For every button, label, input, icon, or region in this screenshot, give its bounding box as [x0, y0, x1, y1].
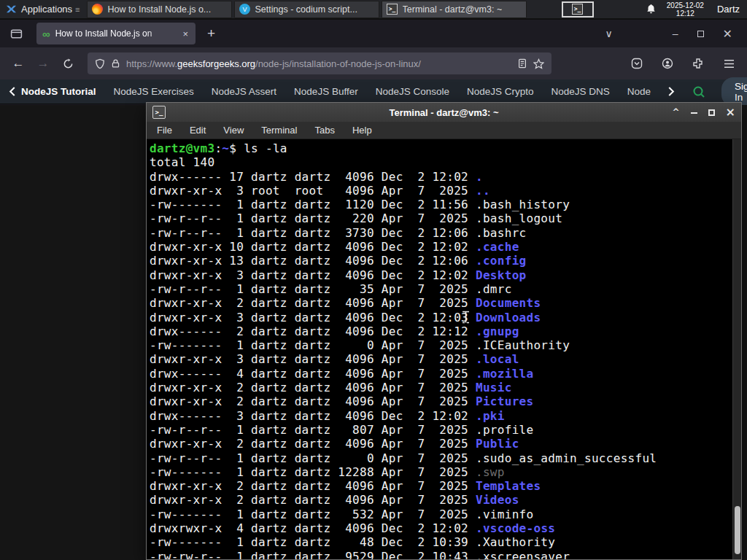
url-path: /node-js/installation-of-node-js-on-linu…	[255, 58, 421, 69]
reload-button[interactable]	[57, 52, 79, 74]
taskbar-button[interactable]: VSettings - codium script...	[234, 1, 379, 18]
terminal-line: dartz@vm3:~$ ls -la	[150, 141, 731, 155]
nav-item-nodejs-console[interactable]: NodeJS Console	[376, 86, 449, 97]
geeksforgeeks-favicon: ∞	[42, 28, 50, 39]
firefox-tab-bar: ∞ How to Install Node.js on × + ∨ – ✕	[0, 20, 747, 47]
nav-item-nodejs-dns[interactable]: NodeJS DNS	[551, 86, 610, 97]
pocket-icon[interactable]	[626, 52, 648, 74]
panel-clock[interactable]: 2025-12-02 12:12	[667, 1, 704, 18]
applications-label: Applications	[21, 4, 72, 15]
terminal-line: drwxr-xr-x 3 dartz dartz 4096 Dec 2 12:0…	[150, 268, 731, 282]
workspace-switcher[interactable]: >_	[562, 1, 594, 18]
terminal-scrollbar[interactable]	[732, 139, 741, 559]
search-icon[interactable]	[692, 85, 705, 98]
codium-icon: V	[239, 4, 251, 15]
nav-item-node[interactable]: Node	[627, 86, 651, 97]
url-scheme: https://www.	[126, 58, 177, 69]
taskbar-button[interactable]: >_Terminal - dartz@vm3: ~	[382, 1, 527, 18]
terminal-line: -rw------- 1 dartz dartz 48 Dec 2 10:39 …	[150, 535, 731, 549]
menu-item-view[interactable]: View	[223, 125, 244, 136]
lock-icon[interactable]	[111, 58, 120, 69]
terminal-line: drwxr-xr-x 2 dartz dartz 4096 Apr 7 2025…	[150, 296, 731, 310]
terminal-line: drwx------ 2 dartz dartz 4096 Dec 2 12:1…	[150, 324, 731, 338]
notification-bell-icon[interactable]	[646, 4, 657, 15]
panel-menu-icon: ≡	[75, 5, 79, 14]
site-nav-bar: NodeJS Tutorial NodeJS ExercisesNodeJS A…	[0, 79, 747, 104]
account-icon[interactable]	[657, 52, 678, 74]
terminal-line: -rw------- 1 dartz dartz 532 Apr 7 2025 …	[150, 508, 731, 521]
list-all-tabs-icon[interactable]: ∨	[605, 28, 613, 39]
terminal-line: drwx------ 17 dartz dartz 4096 Dec 2 12:…	[150, 170, 731, 184]
nav-item-nodejs-buffer[interactable]: NodeJS Buffer	[294, 86, 358, 97]
firefox-icon	[92, 4, 104, 15]
terminal-line: -rw------- 1 dartz dartz 0 Apr 7 2025 .I…	[150, 338, 731, 352]
menu-item-help[interactable]: Help	[352, 125, 372, 136]
menu-item-tabs[interactable]: Tabs	[314, 125, 334, 136]
taskbar-button-label: Terminal - dartz@vm3: ~	[403, 4, 503, 15]
xfce-logo-icon	[6, 4, 17, 15]
clock-time: 12:12	[667, 9, 704, 18]
taskbar-button-label: How to Install Node.js o...	[108, 4, 212, 15]
terminal-line: -rw-r--r-- 1 dartz dartz 807 Apr 7 2025 …	[150, 423, 731, 437]
terminal-icon: >_	[572, 4, 583, 15]
terminal-line: drwxr-xr-x 2 dartz dartz 4096 Apr 7 2025…	[150, 479, 731, 493]
user-menu[interactable]: Dartz	[714, 4, 740, 15]
tab-close-icon[interactable]: ×	[181, 28, 190, 39]
hamburger-menu-icon[interactable]	[718, 52, 740, 74]
terminal-line: drwxr-xr-x 3 root root 4096 Apr 7 2025 .…	[150, 184, 731, 198]
terminal-maximize-button[interactable]	[708, 109, 715, 116]
tab-title: How to Install Node.js on	[55, 28, 177, 39]
terminal-line: drwxr-xr-x 10 dartz dartz 4096 Dec 2 12:…	[150, 240, 731, 254]
shield-icon[interactable]	[95, 58, 105, 69]
window-close-button[interactable]: ✕	[723, 27, 732, 41]
terminal-line: drwxrwxr-x 4 dartz dartz 4096 Dec 2 12:0…	[150, 521, 731, 535]
terminal-line: drwxr-xr-x 2 dartz dartz 4096 Apr 7 2025…	[150, 437, 731, 451]
firefox-view-icon[interactable]	[6, 23, 26, 44]
terminal-close-button[interactable]: ×	[726, 108, 735, 117]
terminal-title: Terminal - dartz@vm3: ~	[147, 107, 741, 118]
terminal-line: -rw-rw-r-- 1 dartz dartz 9529 Dec 2 10:4…	[150, 550, 731, 559]
terminal-line: -rw------- 1 dartz dartz 12288 Apr 7 202…	[150, 465, 731, 479]
taskbar-button-label: Settings - codium script...	[255, 4, 357, 15]
taskbar-button[interactable]: How to Install Node.js o...	[87, 1, 232, 18]
terminal-menubar: FileEditViewTerminalTabsHelp	[147, 122, 741, 139]
terminal-shade-button[interactable]: ^	[673, 108, 680, 117]
terminal-line: -rw-r--r-- 1 dartz dartz 35 Apr 7 2025 .…	[150, 282, 731, 296]
reader-mode-icon[interactable]	[517, 58, 527, 69]
terminal-line: -rw-r--r-- 1 dartz dartz 0 Apr 7 2025 .s…	[150, 451, 731, 465]
extensions-icon[interactable]	[687, 52, 709, 74]
applications-menu-button[interactable]: Applications ≡	[0, 0, 85, 19]
window-minimize-button[interactable]: –	[673, 28, 678, 39]
menu-item-terminal[interactable]: Terminal	[261, 125, 297, 136]
menu-item-edit[interactable]: Edit	[190, 125, 206, 136]
bookmark-star-icon[interactable]	[533, 58, 544, 69]
chevron-left-icon	[9, 87, 15, 96]
nav-item-nodejs-tutorial[interactable]: NodeJS Tutorial	[9, 86, 96, 97]
forward-button[interactable]: →	[32, 52, 54, 74]
url-bar[interactable]: https://www.geeksforgeeks.org/node-js/in…	[88, 52, 551, 74]
terminal-icon: >_	[152, 106, 166, 119]
terminal-line: -rw-r--r-- 1 dartz dartz 220 Apr 7 2025 …	[150, 211, 731, 225]
terminal-line: drwxr-xr-x 3 dartz dartz 4096 Dec 2 12:0…	[150, 311, 731, 324]
terminal-line: drwx------ 4 dartz dartz 4096 Apr 7 2025…	[150, 367, 731, 381]
chevron-right-icon[interactable]	[668, 87, 675, 96]
terminal-line: drwxr-xr-x 2 dartz dartz 4096 Apr 7 2025…	[150, 394, 731, 408]
nav-item-nodejs-exercises[interactable]: NodeJS Exercises	[114, 86, 194, 97]
terminal-titlebar[interactable]: >_ Terminal - dartz@vm3: ~ ^ ×	[147, 103, 741, 122]
scrollbar-thumb[interactable]	[735, 506, 740, 554]
browser-tab-active[interactable]: ∞ How to Install Node.js on ×	[36, 23, 196, 44]
nav-item-nodejs-crypto[interactable]: NodeJS Crypto	[467, 86, 534, 97]
window-maximize-button[interactable]	[697, 31, 704, 37]
terminal-line: drwxr-xr-x 13 dartz dartz 4096 Dec 2 12:…	[150, 254, 731, 268]
back-button[interactable]: ←	[7, 52, 29, 74]
terminal-output[interactable]: dartz@vm3:~$ ls -latotal 140drwx------ 1…	[147, 139, 741, 559]
new-tab-button[interactable]: +	[203, 26, 220, 42]
nav-item-nodejs-assert[interactable]: NodeJS Assert	[212, 86, 276, 97]
terminal-line: drwxr-xr-x 2 dartz dartz 4096 Apr 7 2025…	[150, 381, 731, 394]
url-domain: geeksforgeeks.org	[177, 58, 255, 69]
url-text: https://www.geeksforgeeks.org/node-js/in…	[126, 58, 511, 69]
terminal-minimize-button[interactable]	[691, 112, 697, 114]
terminal-line: total 140	[150, 155, 731, 169]
menu-item-file[interactable]: File	[157, 125, 172, 136]
firefox-toolbar: ← → https://www.geeksforgeeks.org/node-j…	[0, 47, 747, 79]
